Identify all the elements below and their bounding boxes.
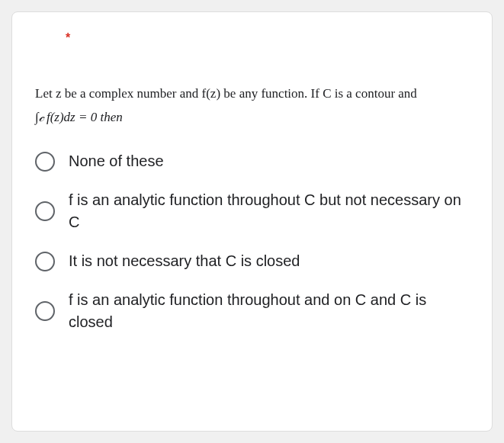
radio-icon xyxy=(35,252,55,271)
option-row[interactable]: It is not necessary that C is closed xyxy=(35,250,469,272)
radio-icon xyxy=(35,152,55,172)
question-line-2: ∫𝒸 f(z)dz = 0 then xyxy=(35,107,469,127)
option-label: f is an analytic function throughout and… xyxy=(69,289,469,333)
question-text: Let z be a complex number and f(z) be an… xyxy=(35,83,469,127)
option-label: It is not necessary that C is closed xyxy=(69,250,300,272)
option-row[interactable]: f is an analytic function throughout and… xyxy=(35,289,469,333)
question-card: * Let z be a complex number and f(z) be … xyxy=(11,11,493,432)
required-asterisk: * xyxy=(66,31,469,45)
question-line-1: Let z be a complex number and f(z) be an… xyxy=(35,86,417,101)
option-label: f is an analytic function throughout C b… xyxy=(69,189,469,233)
option-row[interactable]: f is an analytic function throughout C b… xyxy=(35,189,469,233)
options-group: None of these f is an analytic function … xyxy=(35,150,469,333)
option-row[interactable]: None of these xyxy=(35,150,469,172)
option-label: None of these xyxy=(69,150,164,172)
radio-icon xyxy=(35,201,55,221)
radio-icon xyxy=(35,301,55,321)
